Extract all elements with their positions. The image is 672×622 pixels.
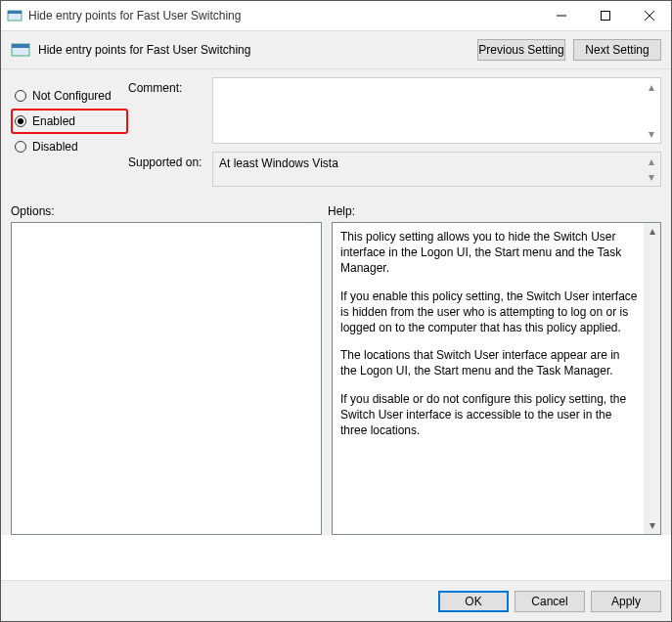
apply-button[interactable]: Apply [591,591,661,612]
help-text: If you disable or do not configure this … [340,391,639,439]
svg-rect-7 [12,44,29,48]
apply-label: Apply [611,595,641,608]
policy-icon [11,40,30,60]
next-setting-button[interactable]: Next Setting [573,39,661,61]
chevron-down-icon[interactable]: ▾ [645,127,658,141]
supported-on-label: Supported on: [128,152,212,187]
config-area: Not Configured Enabled Disabled Comment:… [1,69,671,195]
cancel-label: Cancel [531,595,567,608]
radio-icon [15,90,26,102]
help-panel: This policy setting allows you to hide t… [332,222,661,535]
svg-rect-1 [8,11,22,14]
radio-enabled[interactable]: Enabled [11,109,128,134]
ok-label: OK [465,595,481,608]
options-label: Options: [11,204,328,218]
maximize-button[interactable] [583,1,627,30]
supported-on-value: At least Windows Vista [219,156,338,170]
footer: OK Cancel Apply [1,580,671,621]
chevron-up-icon[interactable]: ▴ [645,155,658,168]
comment-input[interactable]: ▴ ▾ [212,77,661,144]
radio-icon [15,115,26,127]
help-label: Help: [328,204,355,218]
ok-button[interactable]: OK [438,591,509,612]
radio-label: Disabled [32,140,78,154]
previous-setting-label: Previous Setting [478,43,563,57]
supported-on-value-box: At least Windows Vista ▴ ▾ [212,152,661,187]
header: Hide entry points for Fast User Switchin… [1,30,671,69]
radio-disabled[interactable]: Disabled [11,134,128,159]
window-title: Hide entry points for Fast User Switchin… [28,9,539,22]
scrollbar[interactable]: ▴ ▾ [644,223,660,534]
close-button[interactable] [627,1,671,30]
radio-not-configured[interactable]: Not Configured [11,83,128,109]
comment-label: Comment: [128,77,212,144]
header-title: Hide entry points for Fast User Switchin… [38,43,470,57]
section-labels: Options: Help: [1,195,671,222]
state-radio-group: Not Configured Enabled Disabled [11,77,128,195]
options-panel [11,222,322,535]
chevron-down-icon[interactable]: ▾ [645,170,658,184]
next-setting-label: Next Setting [585,43,649,57]
cancel-button[interactable]: Cancel [515,591,585,612]
previous-setting-button[interactable]: Previous Setting [477,39,565,61]
chevron-up-icon[interactable]: ▴ [645,80,658,94]
panels: This policy setting allows you to hide t… [1,222,671,535]
svg-rect-3 [601,12,609,21]
comment-value [213,78,660,86]
chevron-down-icon[interactable]: ▾ [644,517,660,534]
titlebar: Hide entry points for Fast User Switchin… [1,1,671,30]
help-text: The locations that Switch User interface… [340,347,639,378]
help-text: This policy setting allows you to hide t… [340,229,639,277]
minimize-button[interactable] [539,1,583,30]
radio-label: Enabled [32,114,75,128]
help-text: If you enable this policy setting, the S… [340,289,639,336]
radio-icon [15,141,26,153]
radio-label: Not Configured [32,89,112,103]
chevron-up-icon[interactable]: ▴ [644,223,660,240]
policy-icon [7,8,22,23]
